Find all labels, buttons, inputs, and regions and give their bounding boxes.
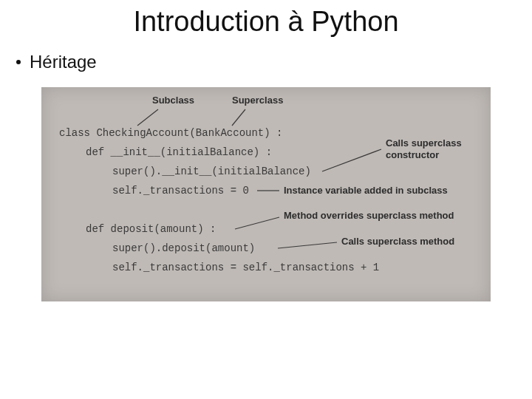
connector-subclass: [137, 109, 158, 126]
code-figure: Subclass Superclass class CheckingAccoun…: [41, 87, 491, 301]
bullet-item: Héritage: [16, 52, 97, 72]
code-line-2: def __init__(initialBalance) :: [86, 146, 272, 158]
code-line-7: self._transactions = self._transactions …: [112, 262, 379, 273]
connector-override: [235, 217, 279, 229]
label-ctor-2: constructor: [386, 149, 439, 160]
slide-title: Introduction à Python: [0, 6, 532, 38]
connector-ctor: [322, 149, 381, 171]
code-line-6: super().deposit(amount): [112, 242, 255, 254]
slide: Introduction à Python Héritage Subclass …: [0, 0, 532, 399]
figure-svg: Subclass Superclass class CheckingAccoun…: [41, 87, 491, 301]
label-subclass: Subclass: [152, 95, 194, 106]
label-ivar: Instance variable added in subclass: [284, 185, 448, 196]
label-superclass: Superclass: [232, 95, 283, 106]
code-line-3: super().__init__(initialBalance): [112, 166, 311, 177]
label-override: Method overrides superclass method: [284, 210, 454, 221]
label-super-method: Calls superclass method: [341, 236, 454, 247]
bullet-text: Héritage: [30, 52, 97, 72]
code-line-4: self._transactions = 0: [112, 185, 249, 197]
code-line-1: class CheckingAccount(BankAccount) :: [59, 127, 282, 139]
code-line-5: def deposit(amount) :: [86, 223, 216, 235]
bullet-icon: [16, 60, 21, 64]
connector-superclass: [232, 109, 245, 126]
label-ctor-1: Calls superclass: [386, 137, 462, 149]
connector-super-method: [278, 242, 337, 248]
